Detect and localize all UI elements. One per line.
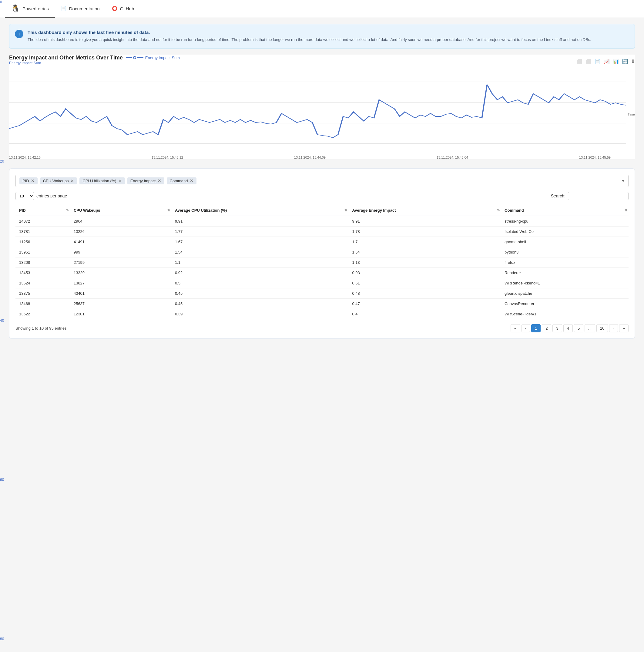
table-row: 13524138270.50.51WRRende~ckend#1: [16, 278, 628, 288]
chip-energy-impact-close[interactable]: ✕: [158, 179, 161, 183]
documentation-icon: 📄: [61, 6, 67, 11]
entries-control: 10 25 50 100 entries per page: [16, 192, 67, 200]
nav-tab-github[interactable]: ⭕ GitHub: [106, 1, 140, 16]
github-icon: ⭕: [112, 6, 118, 11]
chart-title-group: Energy Impact and Other Metrics Over Tim…: [9, 55, 180, 68]
filter-dropdown-button[interactable]: ▼: [621, 178, 625, 183]
cell-cpu_wakeups: 43401: [70, 288, 171, 298]
col-header-avg-cpu[interactable]: Average CPU Utilization (%) ⇅: [171, 205, 349, 216]
cell-pid: 14072: [16, 216, 70, 226]
chart-title: Energy Impact and Other Metrics Over Tim…: [9, 55, 123, 61]
chip-cpu-util-close[interactable]: ✕: [118, 179, 122, 183]
chip-pid-close[interactable]: ✕: [31, 179, 34, 183]
cell-cpu_wakeups: 41491: [70, 237, 171, 247]
sort-icon-pid: ⇅: [66, 208, 69, 212]
toolbar-barchart-icon[interactable]: 📊: [613, 58, 619, 64]
page-btn-1[interactable]: 1: [531, 324, 541, 332]
chart-svg: [9, 70, 626, 154]
table-header-row: PID ⇅ CPU Wakeups ⇅ Average CPU Utilizat…: [16, 205, 628, 216]
cell-avg_cpu: 0.45: [171, 288, 349, 298]
x-label-4: 13.11.2024, 15:45:59: [579, 156, 611, 159]
col-header-command[interactable]: Command ⇅: [501, 205, 628, 216]
cell-pid: 13453: [16, 268, 70, 278]
page-btn-«[interactable]: «: [511, 324, 520, 332]
toolbar-download-icon[interactable]: ⬇: [631, 58, 635, 64]
cell-command: firefox: [501, 257, 628, 268]
page-btn-5[interactable]: 5: [574, 324, 583, 332]
banner-text: The idea of this dashboard is to give yo…: [28, 37, 628, 43]
page-btn-»[interactable]: »: [619, 324, 628, 332]
col-header-cpu-wakeups[interactable]: CPU Wakeups ⇅: [70, 205, 171, 216]
page-btn-2[interactable]: 2: [542, 324, 551, 332]
chip-cpu-util-label: CPU Utilization (%): [82, 179, 116, 183]
sort-icon-avg-energy: ⇅: [497, 208, 500, 212]
page-btn-3[interactable]: 3: [553, 324, 562, 332]
chart-subtitle: Energy Impact Sum: [9, 61, 180, 65]
toolbar-shrink-icon[interactable]: ⬜: [586, 58, 592, 64]
nav-tab-documentation[interactable]: 📄 Documentation: [55, 1, 106, 16]
search-label: Search:: [551, 193, 565, 198]
search-input[interactable]: [568, 192, 628, 200]
cell-avg_energy: 1.13: [348, 257, 501, 268]
cell-avg_cpu: 1.1: [171, 257, 349, 268]
info-icon: i: [15, 30, 23, 38]
cell-pid: 13522: [16, 309, 70, 319]
nav-tab-documentation-label: Documentation: [69, 6, 100, 11]
cell-avg_cpu: 0.92: [171, 268, 349, 278]
toolbar-linechart-icon[interactable]: 📈: [604, 58, 610, 64]
chart-legend-label: Energy Impact Sum: [145, 55, 180, 60]
cell-avg_energy: 9.91: [348, 216, 501, 226]
cell-avg_cpu: 1.54: [171, 247, 349, 257]
table-row: 139519991.541.54python3: [16, 247, 628, 257]
nav-tab-github-label: GitHub: [120, 6, 134, 11]
chip-command-label: Command: [170, 179, 188, 183]
cell-command: gnome-shell: [501, 237, 628, 247]
page-btn-...[interactable]: ...: [585, 324, 595, 332]
chip-command: Command ✕: [167, 178, 196, 184]
cell-cpu_wakeups: 27199: [70, 257, 171, 268]
table-row: 13781132261.771.78Isolated Web Co: [16, 226, 628, 237]
cell-pid: 13208: [16, 257, 70, 268]
table-row: 13522123010.390.4WRScene~ilder#1: [16, 309, 628, 319]
pagination-showing-text: Showing 1 to 10 of 95 entries: [16, 326, 66, 330]
table-row: 1407229649.919.91stress-ng-cpu: [16, 216, 628, 226]
cell-cpu_wakeups: 2964: [70, 216, 171, 226]
chip-energy-impact: Energy Impact ✕: [127, 178, 164, 184]
filter-chips: PID ✕ CPU Wakeups ✕ CPU Utilization (%) …: [16, 175, 628, 187]
cell-command: stress-ng-cpu: [501, 216, 628, 226]
cell-cpu_wakeups: 13226: [70, 226, 171, 237]
cell-avg_cpu: 9.91: [171, 216, 349, 226]
page-btn-10[interactable]: 10: [596, 324, 608, 332]
cell-pid: 13375: [16, 288, 70, 298]
cell-pid: 13524: [16, 278, 70, 288]
page-btn-›[interactable]: ›: [609, 324, 618, 332]
cell-avg_energy: 0.51: [348, 278, 501, 288]
entries-per-page-select[interactable]: 10 25 50 100: [16, 192, 34, 200]
cell-avg_energy: 0.4: [348, 309, 501, 319]
cell-avg_cpu: 1.77: [171, 226, 349, 237]
table-row: 11256414911.671.7gnome-shell: [16, 237, 628, 247]
cell-avg_energy: 1.7: [348, 237, 501, 247]
chip-cpu-wakeups-label: CPU Wakeups: [43, 179, 69, 183]
col-header-pid[interactable]: PID ⇅: [16, 205, 70, 216]
chip-command-close[interactable]: ✕: [190, 179, 193, 183]
page-btn-‹[interactable]: ‹: [522, 324, 530, 332]
nav-tab-powerletrics[interactable]: 🐧 PowerLetrics: [5, 0, 55, 18]
toolbar-doc-icon[interactable]: 📄: [594, 58, 600, 64]
col-header-avg-energy[interactable]: Average Energy Impact ⇅: [348, 205, 501, 216]
cell-command: CanvasRenderer: [501, 298, 628, 309]
cell-command: WRRende~ckend#1: [501, 278, 628, 288]
toolbar-refresh-icon[interactable]: 🔄: [622, 58, 628, 64]
cell-command: Isolated Web Co: [501, 226, 628, 237]
table-row: 13468256370.450.47CanvasRenderer: [16, 298, 628, 309]
toolbar-expand-icon[interactable]: ⬜: [577, 58, 583, 64]
cell-avg_energy: 0.47: [348, 298, 501, 309]
sort-icon-command: ⇅: [624, 208, 627, 212]
cell-command: WRScene~ilder#1: [501, 309, 628, 319]
chart-legend: Energy Impact Sum: [126, 55, 180, 60]
chip-cpu-wakeups-close[interactable]: ✕: [71, 179, 74, 183]
x-label-2: 13.11.2024, 15:44:09: [294, 156, 326, 159]
cell-cpu_wakeups: 25637: [70, 298, 171, 309]
cell-command: glean.dispatche: [501, 288, 628, 298]
page-btn-4[interactable]: 4: [563, 324, 573, 332]
